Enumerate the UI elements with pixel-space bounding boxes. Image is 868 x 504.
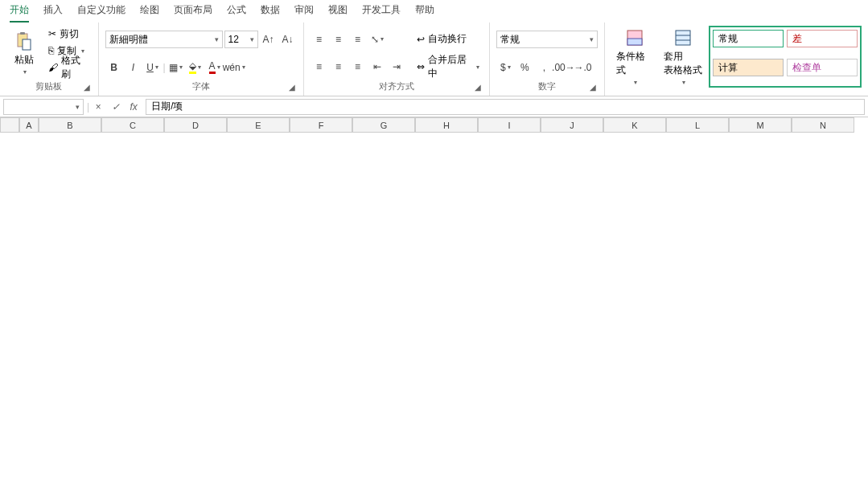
fx-button[interactable]: fx: [125, 101, 142, 113]
brush-icon: 🖌: [48, 62, 58, 73]
column-header[interactable]: H: [415, 117, 478, 133]
column-header[interactable]: B: [39, 117, 101, 133]
tab-insert[interactable]: 插入: [43, 0, 63, 23]
number-format-combo[interactable]: 常规: [496, 31, 598, 48]
italic-button[interactable]: I: [125, 59, 142, 76]
align-top-button[interactable]: ≡: [311, 31, 328, 47]
svg-rect-1: [20, 32, 25, 35]
borders-button[interactable]: ▦: [167, 59, 185, 76]
font-color-icon: A: [209, 60, 216, 74]
column-header[interactable]: G: [352, 117, 415, 133]
number-launcher-icon[interactable]: ◢: [588, 83, 598, 92]
column-header[interactable]: N: [792, 117, 854, 133]
spreadsheet-grid[interactable]: ABCDEFGHIJKLMN 日期/项9月10月11月12月API投入68054…: [0, 117, 868, 133]
decrease-decimal-button[interactable]: →.0: [574, 59, 591, 76]
increase-decimal-button[interactable]: .00→: [554, 59, 572, 76]
group-number-label: 数字◢: [496, 80, 598, 92]
align-right-button[interactable]: ≡: [349, 59, 367, 75]
underline-button[interactable]: U: [144, 59, 162, 76]
group-alignment-label: 对齐方式◢: [311, 80, 483, 92]
borders-icon: ▦: [169, 62, 178, 73]
merge-center-button[interactable]: ⇔合并后居中: [413, 59, 483, 75]
table-format-icon: [673, 27, 693, 48]
group-clipboard: 粘贴 ✂ 剪切 ⎘ 复制 🖌 格式刷 剪贴板◢: [0, 23, 99, 96]
style-bad[interactable]: 差: [787, 30, 858, 47]
conditional-format-button[interactable]: 条件格式: [611, 26, 656, 88]
bold-icon: B: [110, 62, 117, 73]
column-header[interactable]: M: [729, 117, 792, 133]
group-font-label: 字体◢: [105, 80, 297, 92]
merge-icon: ⇔: [417, 61, 425, 72]
column-header[interactable]: K: [603, 117, 666, 133]
fx-cancel-button[interactable]: ×: [89, 101, 107, 113]
phonetic-button[interactable]: wén: [225, 59, 243, 76]
style-normal[interactable]: 常规: [713, 30, 784, 47]
font-size-combo[interactable]: 12: [224, 31, 258, 48]
column-header[interactable]: F: [290, 117, 352, 133]
column-header[interactable]: A: [19, 117, 39, 133]
comma-button[interactable]: ,: [535, 59, 553, 76]
tab-home[interactable]: 开始: [10, 0, 29, 23]
group-clipboard-label: 剪贴板◢: [6, 80, 92, 92]
accounting-button[interactable]: $: [496, 59, 514, 76]
tab-help[interactable]: 帮助: [415, 0, 434, 23]
align-middle-button[interactable]: ≡: [330, 31, 348, 47]
align-right-icon: ≡: [355, 61, 360, 72]
table-format-button[interactable]: 套用 表格格式: [660, 26, 706, 88]
align-left-button[interactable]: ≡: [311, 59, 328, 75]
column-header[interactable]: I: [478, 117, 541, 133]
wrap-label: 自动换行: [428, 32, 467, 46]
align-center-icon: ≡: [335, 61, 341, 72]
tab-draw[interactable]: 绘图: [140, 0, 159, 23]
align-bottom-button[interactable]: ≡: [349, 31, 367, 47]
percent-button[interactable]: %: [516, 59, 533, 76]
formula-input[interactable]: 日期/项: [146, 99, 865, 115]
wrap-text-button[interactable]: ↩自动换行: [413, 31, 483, 47]
cut-button[interactable]: ✂ 剪切: [45, 26, 92, 42]
format-painter-button[interactable]: 🖌 格式刷: [45, 59, 92, 76]
align-left-icon: ≡: [316, 61, 322, 72]
bold-button[interactable]: B: [105, 59, 123, 76]
tab-data[interactable]: 数据: [261, 0, 280, 23]
copy-icon: ⎘: [48, 45, 54, 56]
tab-view[interactable]: 视图: [328, 0, 348, 23]
inc-decimal-icon: .00→: [552, 62, 575, 73]
select-all-corner[interactable]: [0, 117, 19, 133]
orientation-button[interactable]: ⤡: [368, 31, 386, 47]
align-middle-icon: ≡: [335, 34, 341, 45]
tab-custom[interactable]: 自定义功能: [77, 0, 125, 23]
group-styles-label: [611, 88, 862, 92]
cut-label: 剪切: [60, 27, 79, 41]
merge-label: 合并后居中: [428, 53, 472, 80]
tab-pagelayout[interactable]: 页面布局: [174, 0, 212, 23]
ribbon: 粘贴 ✂ 剪切 ⎘ 复制 🖌 格式刷 剪贴板◢ 新: [0, 23, 868, 96]
paste-button[interactable]: 粘贴: [6, 26, 42, 80]
column-header[interactable]: L: [666, 117, 729, 133]
align-center-button[interactable]: ≡: [330, 59, 348, 75]
font-color-button[interactable]: A: [206, 59, 224, 76]
cell-styles-gallery[interactable]: 常规 差 计算 检查单: [709, 26, 862, 88]
fx-enter-button[interactable]: ✓: [107, 101, 125, 113]
style-check[interactable]: 检查单: [787, 59, 858, 76]
font-name-combo[interactable]: 新細明體: [105, 31, 223, 48]
decrease-font-button[interactable]: A↓: [279, 31, 297, 47]
font-launcher-icon[interactable]: ◢: [287, 83, 297, 92]
clipboard-launcher-icon[interactable]: ◢: [82, 83, 92, 92]
tab-dev[interactable]: 开发工具: [362, 0, 401, 23]
increase-indent-button[interactable]: ⇥: [388, 59, 405, 75]
decrease-indent-button[interactable]: ⇤: [368, 59, 386, 75]
increase-font-button[interactable]: A↑: [260, 31, 278, 47]
align-launcher-icon[interactable]: ◢: [473, 83, 483, 92]
paste-label: 粘贴: [14, 53, 34, 67]
name-box[interactable]: [3, 99, 84, 115]
svg-rect-2: [23, 39, 31, 50]
column-header[interactable]: J: [541, 117, 603, 133]
style-calc[interactable]: 计算: [713, 59, 784, 76]
column-header[interactable]: C: [101, 117, 164, 133]
cut-icon: ✂: [48, 28, 56, 39]
fill-color-button[interactable]: ⬙: [187, 59, 204, 76]
tab-formulas[interactable]: 公式: [227, 0, 246, 23]
tab-review[interactable]: 审阅: [294, 0, 314, 23]
column-header[interactable]: D: [164, 117, 227, 133]
column-header[interactable]: E: [227, 117, 290, 133]
